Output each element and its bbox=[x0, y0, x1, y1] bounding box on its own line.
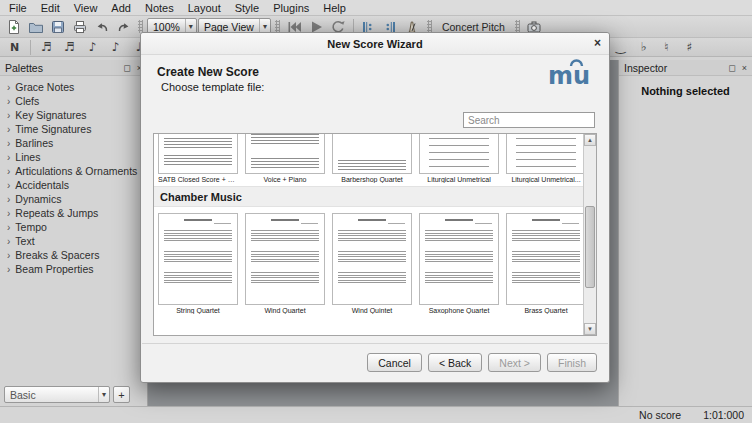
template-thumbnail bbox=[158, 133, 238, 174]
palette-item-label: Time Signatures bbox=[15, 123, 91, 135]
add-palette-button[interactable]: + bbox=[113, 386, 130, 403]
float-panel-icon[interactable]: ◻ bbox=[123, 63, 130, 73]
menu-help[interactable]: Help bbox=[316, 1, 353, 15]
template-card[interactable]: Wind Quartet bbox=[245, 213, 325, 314]
svg-text:mu: mu bbox=[548, 62, 590, 89]
finish-button[interactable]: Finish bbox=[547, 353, 597, 372]
template-card[interactable]: Voice + Piano bbox=[245, 133, 325, 183]
template-label: Barbershop Quartet bbox=[332, 176, 412, 183]
palette-item-label: Key Signatures bbox=[15, 109, 86, 121]
redo-icon[interactable] bbox=[113, 17, 134, 36]
save-icon[interactable] bbox=[47, 17, 68, 36]
palette-item-time-signatures[interactable]: ›Time Signatures bbox=[0, 122, 147, 136]
template-label: Liturgical Unmetrical bbox=[419, 176, 499, 183]
float-panel-icon[interactable]: ◻ bbox=[728, 63, 735, 73]
chevron-down-icon: ▾ bbox=[98, 387, 109, 402]
palette-item-breaks-spacers[interactable]: ›Breaks & Spacers bbox=[0, 248, 147, 262]
chevron-right-icon: › bbox=[7, 264, 10, 275]
chevron-right-icon: › bbox=[7, 236, 10, 247]
palette-item-text[interactable]: ›Text bbox=[0, 234, 147, 248]
palette-item-label: Accidentals bbox=[15, 179, 69, 191]
palettes-header: Palettes ◻ × bbox=[0, 60, 147, 76]
palette-item-dynamics[interactable]: ›Dynamics bbox=[0, 192, 147, 206]
dialog-subheading: Choose template file: bbox=[161, 81, 264, 93]
inspector-header: Inspector ◻ × bbox=[619, 60, 752, 76]
inspector-title: Inspector bbox=[624, 62, 667, 74]
tie-icon[interactable]: ‿ bbox=[610, 38, 631, 57]
template-card[interactable]: Liturgical Unmetrical... bbox=[506, 133, 586, 183]
palette-item-label: Grace Notes bbox=[15, 81, 74, 93]
scroll-up-icon[interactable]: ▲ bbox=[584, 134, 596, 146]
inspector-empty-message: Nothing selected bbox=[619, 85, 752, 97]
palette-item-label: Beam Properties bbox=[15, 263, 93, 275]
menu-notes[interactable]: Notes bbox=[138, 1, 181, 15]
template-card[interactable]: Wind Quintet bbox=[332, 213, 412, 314]
palette-preset-select[interactable]: Basic ▾ bbox=[4, 386, 110, 403]
new-score-wizard-dialog: New Score Wizard × Create New Score Choo… bbox=[140, 32, 610, 383]
search-input[interactable] bbox=[463, 112, 595, 128]
palette-preset-value: Basic bbox=[10, 389, 36, 401]
flat-icon[interactable]: ♭ bbox=[633, 38, 654, 57]
template-label: Brass Quartet bbox=[506, 307, 586, 314]
template-thumbnail bbox=[332, 213, 412, 305]
menu-file[interactable]: File bbox=[2, 1, 34, 15]
palette-item-barlines[interactable]: ›Barlines bbox=[0, 136, 147, 150]
playback-position: 1:01:000 bbox=[703, 409, 744, 421]
palette-item-grace-notes[interactable]: ›Grace Notes bbox=[0, 80, 147, 94]
chevron-right-icon: › bbox=[7, 222, 10, 233]
palette-item-accidentals[interactable]: ›Accidentals bbox=[0, 178, 147, 192]
palette-item-label: Barlines bbox=[15, 137, 53, 149]
template-card[interactable]: SATB Closed Score + Piano bbox=[158, 133, 238, 183]
open-file-icon[interactable] bbox=[25, 17, 46, 36]
dialog-title: New Score Wizard bbox=[327, 38, 422, 50]
menu-view[interactable]: View bbox=[67, 1, 105, 15]
menu-edit[interactable]: Edit bbox=[34, 1, 67, 15]
template-thumbnail bbox=[245, 213, 325, 305]
undo-icon[interactable] bbox=[91, 17, 112, 36]
back-button[interactable]: < Back bbox=[428, 353, 482, 372]
palette-item-repeats-jumps[interactable]: ›Repeats & Jumps bbox=[0, 206, 147, 220]
template-card[interactable]: Barbershop Quartet bbox=[332, 133, 412, 183]
template-card[interactable]: String Quartet bbox=[158, 213, 238, 314]
next-button[interactable]: Next > bbox=[488, 353, 541, 372]
palette-item-lines[interactable]: ›Lines bbox=[0, 150, 147, 164]
palette-item-clefs[interactable]: ›Clefs bbox=[0, 94, 147, 108]
menu-layout[interactable]: Layout bbox=[181, 1, 228, 15]
duration-32nd-icon[interactable]: ♬ bbox=[59, 38, 80, 57]
palette-item-label: Clefs bbox=[15, 95, 39, 107]
palette-item-beam-properties[interactable]: ›Beam Properties bbox=[0, 262, 147, 276]
menu-plugins[interactable]: Plugins bbox=[266, 1, 316, 15]
chevron-right-icon: › bbox=[7, 82, 10, 93]
duration-16th-icon[interactable]: ♪ bbox=[82, 38, 103, 57]
note-input-icon[interactable]: N bbox=[4, 38, 25, 57]
chevron-right-icon: › bbox=[7, 180, 10, 191]
chevron-right-icon: › bbox=[7, 96, 10, 107]
palette-item-key-signatures[interactable]: ›Key Signatures bbox=[0, 108, 147, 122]
scrollbar[interactable]: ▲ ▼ bbox=[583, 134, 596, 335]
print-icon[interactable] bbox=[69, 17, 90, 36]
sharp-icon[interactable]: ♯ bbox=[679, 38, 700, 57]
musescore-logo: mu bbox=[547, 57, 593, 91]
scroll-down-icon[interactable]: ▼ bbox=[584, 323, 596, 335]
duration-64th-icon[interactable]: ♬ bbox=[36, 38, 57, 57]
menu-add[interactable]: Add bbox=[104, 1, 138, 15]
palette-item-articulations[interactable]: ›Articulations & Ornaments bbox=[0, 164, 147, 178]
cancel-button[interactable]: Cancel bbox=[367, 353, 422, 372]
template-thumbnail bbox=[506, 133, 586, 174]
new-score-icon[interactable] bbox=[3, 17, 24, 36]
duration-eighth-icon[interactable]: ♪ bbox=[105, 38, 126, 57]
template-card[interactable]: Liturgical Unmetrical bbox=[419, 133, 499, 183]
palette-item-tempo[interactable]: ›Tempo bbox=[0, 220, 147, 234]
scrollbar-thumb[interactable] bbox=[585, 206, 595, 288]
template-row-chamber: String Quartet Wind Quartet Wind Quintet… bbox=[154, 213, 596, 314]
template-card[interactable]: Saxophone Quartet bbox=[419, 213, 499, 314]
palette-footer: Basic ▾ + bbox=[4, 386, 130, 403]
palette-item-label: Articulations & Ornaments bbox=[15, 165, 137, 177]
natural-icon[interactable]: ♮ bbox=[656, 38, 677, 57]
close-icon[interactable]: × bbox=[594, 36, 601, 50]
template-card[interactable]: Brass Quartet bbox=[506, 213, 586, 314]
close-panel-icon[interactable]: × bbox=[742, 63, 747, 73]
dialog-titlebar[interactable]: New Score Wizard × bbox=[141, 33, 609, 55]
chevron-right-icon: › bbox=[7, 110, 10, 121]
menu-style[interactable]: Style bbox=[228, 1, 266, 15]
